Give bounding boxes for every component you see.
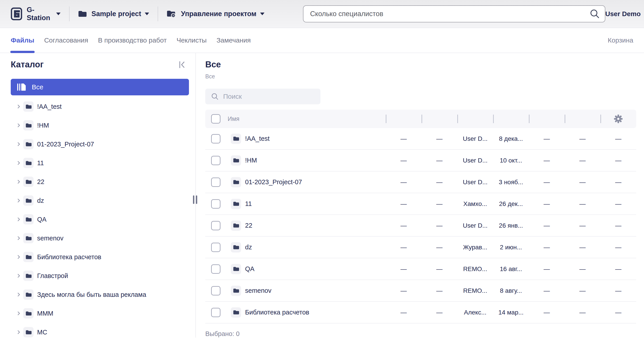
table-row[interactable]: semenov ——REMO...8 авгу...——— <box>205 280 636 302</box>
tab-remarks[interactable]: Замечания <box>216 28 251 53</box>
row-name[interactable]: 01-2023_Project-07 <box>245 178 302 186</box>
tab-checklists[interactable]: Чеклисты <box>176 28 206 53</box>
gear-icon[interactable] <box>613 114 623 124</box>
table-row[interactable]: dz ——Журав...2 июн...——— <box>205 237 636 258</box>
row-checkbox[interactable] <box>211 243 220 252</box>
sidebar-tree-item[interactable]: МС <box>0 323 196 338</box>
row-name[interactable]: Библиотека расчетов <box>245 309 309 316</box>
trash-link[interactable]: Корзина <box>608 37 633 44</box>
table-cell: — <box>564 287 600 294</box>
g-station-logo-icon <box>11 6 22 22</box>
select-all-checkbox[interactable] <box>211 114 220 124</box>
table-row[interactable]: !AA_test ——User D...8 дека...——— <box>205 128 636 150</box>
table-row[interactable]: Библиотека расчетов ——Алекс...14 мар...—… <box>205 302 636 323</box>
sidebar-tree-item[interactable]: Здесь могла бы быть ваша реклама <box>0 285 196 304</box>
chevron-right-icon[interactable] <box>16 310 22 316</box>
row-checkbox[interactable] <box>211 221 220 230</box>
table-cell: 10 окт... <box>493 157 529 164</box>
module-selector[interactable]: Управление проектом <box>166 10 264 18</box>
table-row[interactable]: 11 ——Хамхо...26 дек...——— <box>205 193 636 215</box>
row-checkbox[interactable] <box>211 156 220 165</box>
row-name[interactable]: QA <box>245 265 254 273</box>
row-checkbox[interactable] <box>211 177 220 187</box>
table-cell: — <box>564 265 600 273</box>
row-name[interactable]: 22 <box>245 222 252 229</box>
search-icon[interactable] <box>590 9 600 19</box>
row-name[interactable]: !AA_test <box>245 135 270 142</box>
chevron-right-icon[interactable] <box>16 292 22 297</box>
breadcrumb[interactable]: Все <box>205 73 636 80</box>
chevron-right-icon[interactable] <box>16 329 22 335</box>
chevron-right-icon[interactable] <box>16 160 22 166</box>
sidebar-tree-item[interactable]: !HM <box>0 116 196 135</box>
chevron-right-icon[interactable] <box>16 198 22 203</box>
table-cell: — <box>529 200 564 207</box>
row-name[interactable]: !HM <box>245 157 257 164</box>
row-checkbox[interactable] <box>211 134 220 144</box>
sidebar-tree-item[interactable]: QA <box>0 210 196 229</box>
sidebar-tree-item[interactable]: !AA_test <box>0 97 196 116</box>
app-switcher[interactable]: G-Station <box>11 6 60 22</box>
table-row[interactable]: 22 ——User D...26 янв...——— <box>205 215 636 237</box>
table-cell: 16 авг... <box>493 265 529 273</box>
sidebar-tree-item[interactable]: МММ <box>0 304 196 323</box>
chevron-right-icon[interactable] <box>16 235 22 241</box>
folder-icon <box>23 289 34 300</box>
sidebar-tree-item-label: Здесь могла бы быть ваша реклама <box>37 291 146 298</box>
sidebar-tree-item[interactable]: 01-2023_Project-07 <box>0 135 196 154</box>
project-selector[interactable]: Sample project <box>78 10 149 18</box>
sidebar-tree-item-label: 01-2023_Project-07 <box>37 141 94 148</box>
sidebar-item-all[interactable]: Все <box>11 79 189 95</box>
row-name[interactable]: 11 <box>245 200 252 207</box>
tab-files[interactable]: Файлы <box>11 28 34 53</box>
sidebar-resize-handle[interactable] <box>193 195 197 204</box>
table-cell: — <box>529 309 564 316</box>
sidebar-tree-item[interactable]: Главстрой <box>0 266 196 285</box>
sidebar-tree-item[interactable]: dz <box>0 191 196 210</box>
sidebar-tree-item[interactable]: 22 <box>0 172 196 191</box>
global-search-input[interactable] <box>310 10 590 18</box>
tab-approvals[interactable]: Согласования <box>44 28 88 53</box>
files-table: Имя <box>205 110 636 337</box>
row-checkbox[interactable] <box>211 308 220 317</box>
sidebar-tree-item[interactable]: 11 <box>0 154 196 172</box>
tab-production[interactable]: В производство работ <box>98 28 166 53</box>
table-cell: — <box>564 222 600 229</box>
file-search-input[interactable] <box>223 93 316 100</box>
row-checkbox[interactable] <box>211 264 220 274</box>
chevron-right-icon[interactable] <box>16 273 22 279</box>
chevron-right-icon[interactable] <box>16 254 22 260</box>
table-row[interactable]: 01-2023_Project-07 ——User D...3 нояб...—… <box>205 171 636 193</box>
sidebar-tree-item[interactable]: semenov <box>0 229 196 248</box>
chevron-right-icon[interactable] <box>16 216 22 222</box>
chevron-right-icon[interactable] <box>16 179 22 185</box>
sidebar-tree-item[interactable]: Библиотека расчетов <box>0 248 196 266</box>
table-row[interactable]: !HM ——User D...10 окт...——— <box>205 150 636 171</box>
row-checkbox[interactable] <box>211 286 220 295</box>
table-cell: — <box>564 135 600 142</box>
table-cell: — <box>600 309 636 316</box>
folder-icon <box>231 134 241 144</box>
row-name[interactable]: semenov <box>245 287 272 294</box>
sidebar-tree-item-label: QA <box>37 216 46 223</box>
table-cell: Журав... <box>457 244 493 251</box>
row-checkbox[interactable] <box>211 199 220 209</box>
collapse-sidebar-icon[interactable] <box>179 61 186 69</box>
table-cell: — <box>386 157 422 164</box>
folder-icon <box>231 242 241 252</box>
section-tabs: Файлы Согласования В производство работ … <box>0 28 644 53</box>
folder-icon <box>23 252 34 262</box>
table-cell: Хамхо... <box>457 200 493 207</box>
chevron-right-icon[interactable] <box>16 122 22 128</box>
user-menu[interactable]: User Demo <box>605 8 644 20</box>
table-cell: — <box>529 179 564 186</box>
app-name: G-Station <box>26 6 52 22</box>
table-cell: — <box>564 244 600 251</box>
row-name[interactable]: dz <box>245 243 252 251</box>
column-header <box>529 110 564 128</box>
table-row[interactable]: QA ——REMO...16 авг...——— <box>205 258 636 280</box>
table-cell: — <box>422 200 457 207</box>
chevron-right-icon[interactable] <box>16 104 22 110</box>
chevron-right-icon[interactable] <box>16 141 22 147</box>
module-selector-label: Управление проектом <box>181 10 256 18</box>
